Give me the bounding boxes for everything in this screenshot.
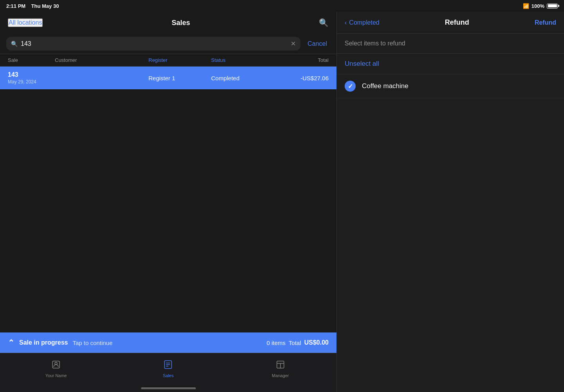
status-time-date: 2:11 PM Thu May 30 xyxy=(6,3,59,9)
items-count: 0 items xyxy=(267,340,286,346)
table-row[interactable]: 143 May 29, 2024 Register 1 Completed -U… xyxy=(0,67,336,89)
battery-icon xyxy=(547,4,558,9)
sales-title: Sales xyxy=(172,19,190,27)
col-sale-header: Sale xyxy=(8,57,55,63)
unselect-all-row: Unselect all xyxy=(337,54,564,74)
col-register-header[interactable]: Register xyxy=(148,57,211,63)
battery-percent: 100% xyxy=(531,3,544,9)
row-sale-number: 143 xyxy=(8,71,55,78)
col-customer-header: Customer xyxy=(55,57,148,63)
status-date: Thu May 30 xyxy=(31,3,59,9)
home-indicator xyxy=(0,384,336,392)
back-label: Completed xyxy=(349,19,379,26)
right-panel: ‹ Completed Refund Refund Select items t… xyxy=(337,12,564,392)
status-indicators: 📶 100% xyxy=(523,3,558,9)
search-bar: 🔍 ✕ Cancel xyxy=(0,34,336,54)
refund-action-button[interactable]: Refund xyxy=(535,19,556,26)
chevron-left-icon: ‹ xyxy=(345,19,347,26)
app-container: All locations Sales 🔍 🔍 ✕ Cancel Sale Cu… xyxy=(0,12,564,392)
sales-icon xyxy=(163,360,173,372)
status-time: 2:11 PM xyxy=(6,3,25,9)
status-bar: 2:11 PM Thu May 30 📶 100% xyxy=(0,0,564,12)
search-icon[interactable]: 🔍 xyxy=(319,18,329,27)
total-amount: US$0.00 xyxy=(304,339,329,346)
row-total: -US$27.06 xyxy=(274,75,329,81)
tab-your-name[interactable]: Your Name xyxy=(0,360,112,378)
right-header: ‹ Completed Refund Refund xyxy=(337,12,564,34)
row-sale-date: May 29, 2024 xyxy=(8,79,55,85)
tap-to-continue-label: Tap to continue xyxy=(73,340,113,346)
item-name: Coffee machine xyxy=(362,82,409,90)
select-items-header: Select items to refund xyxy=(337,34,564,54)
total-label: Total xyxy=(289,340,301,346)
tab-bar: Your Name Sales xyxy=(0,353,336,384)
tab-sales-label: Sales xyxy=(163,373,174,378)
cancel-button[interactable]: Cancel xyxy=(304,39,330,49)
tab-manager[interactable]: Manager xyxy=(224,360,336,378)
search-input[interactable] xyxy=(21,40,287,47)
left-header: All locations Sales 🔍 xyxy=(0,12,336,34)
select-items-text: Select items to refund xyxy=(345,40,405,47)
row-status: Completed xyxy=(211,75,274,81)
col-total-header: Total xyxy=(274,57,329,63)
person-icon xyxy=(51,360,61,372)
table-header: Sale Customer Register Status Total xyxy=(0,54,336,67)
bottom-bar-left: ⌃ Sale in progress Tap to continue xyxy=(8,338,112,347)
row-sale-info: 143 May 29, 2024 xyxy=(8,71,55,85)
unselect-all-button[interactable]: Unselect all xyxy=(345,60,379,68)
svg-point-1 xyxy=(55,362,57,365)
search-input-wrapper: 🔍 ✕ xyxy=(6,37,300,51)
sale-in-progress-label: Sale in progress xyxy=(19,339,68,346)
table-body: 143 May 29, 2024 Register 1 Completed -U… xyxy=(0,67,336,332)
check-icon: ✓ xyxy=(348,83,353,90)
col-status-header[interactable]: Status xyxy=(211,57,274,63)
bottom-bar-right: 0 items Total US$0.00 xyxy=(267,339,329,346)
back-button[interactable]: ‹ Completed xyxy=(345,19,380,26)
sale-in-progress-bar[interactable]: ⌃ Sale in progress Tap to continue 0 ite… xyxy=(0,332,336,353)
search-icon-small: 🔍 xyxy=(11,41,18,47)
item-checkbox[interactable]: ✓ xyxy=(345,81,356,92)
refund-title: Refund xyxy=(445,18,469,27)
chevron-up-icon: ⌃ xyxy=(8,338,14,347)
all-locations-button[interactable]: All locations xyxy=(8,18,43,27)
home-bar xyxy=(141,387,196,389)
manager-icon xyxy=(276,360,285,372)
wifi-icon: 📶 xyxy=(523,3,529,9)
tab-your-name-label: Your Name xyxy=(45,373,67,378)
tab-manager-label: Manager xyxy=(272,373,289,378)
item-row[interactable]: ✓ Coffee machine xyxy=(337,74,564,98)
clear-icon[interactable]: ✕ xyxy=(291,40,296,47)
tab-sales[interactable]: Sales xyxy=(112,360,224,378)
left-panel: All locations Sales 🔍 🔍 ✕ Cancel Sale Cu… xyxy=(0,12,337,392)
row-register: Register 1 xyxy=(148,75,211,81)
